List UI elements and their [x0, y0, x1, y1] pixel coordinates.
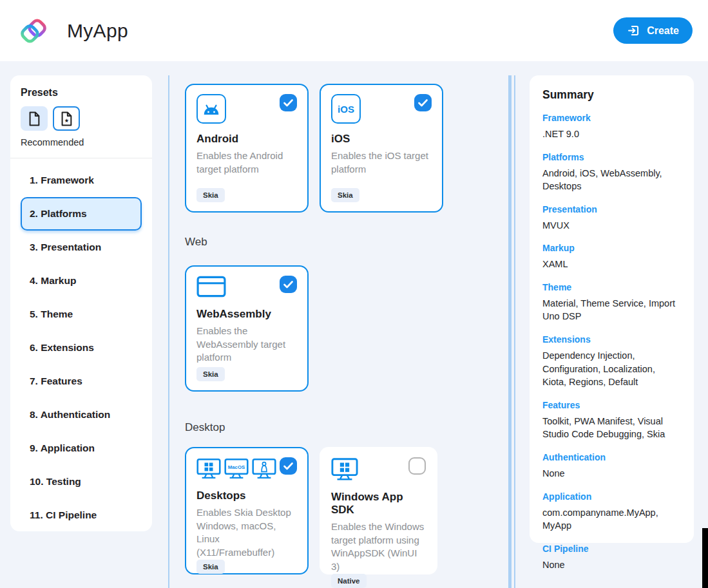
step-application[interactable]: 9. Application: [21, 432, 142, 465]
android-robot-icon: [202, 101, 221, 117]
android-icon-box: [196, 94, 226, 124]
step-platforms[interactable]: 2. Platforms: [21, 197, 142, 231]
card-description: Enables the WebAssembly target platform: [196, 325, 297, 365]
preset-recommended-button[interactable]: ★: [53, 106, 80, 131]
header: MyApp Create: [0, 0, 708, 61]
ios-text-icon: iOS: [338, 104, 354, 115]
summary-value-features: Toolkit, PWA Manifest, Visual Studio Cod…: [542, 415, 681, 441]
summary-value-application: com.companyname.MyApp, MyApp: [542, 506, 681, 533]
macos-monitor-label: MacOS: [228, 464, 245, 470]
preset-buttons: ★: [21, 106, 142, 131]
page-title: MyApp: [67, 20, 128, 42]
summary-label-markup: Markup: [542, 243, 681, 253]
card-title: iOS: [331, 133, 432, 146]
check-icon: [283, 462, 293, 470]
summary-value-presentation: MVUX: [542, 219, 681, 232]
recommended-label: Recommended: [21, 137, 142, 147]
screen-artifact-bar: [702, 528, 708, 588]
summary-label-presentation: Presentation: [542, 204, 681, 214]
summary-label-extensions: Extensions: [542, 334, 681, 345]
enter-arrow-icon: [627, 24, 640, 37]
create-button[interactable]: Create: [613, 17, 693, 44]
sidebar-divider: [10, 158, 152, 158]
renderer-badge: Skia: [331, 188, 359, 202]
vertical-scrollbar[interactable]: [508, 75, 512, 588]
step-testing[interactable]: 10. Testing: [21, 465, 142, 498]
summary-value-framework: .NET 9.0: [542, 128, 681, 141]
sidebar: Presets ★ Recommended 1. Framework 2. Pl…: [10, 75, 152, 531]
summary-label-ci-pipeline: CI Pipeline: [542, 544, 681, 554]
card-android[interactable]: Android Enables the Android target platf…: [185, 84, 309, 213]
summary-value-theme: Material, Theme Service, Import Uno DSP: [542, 297, 681, 323]
card-webassembly[interactable]: WebAssembly Enables the WebAssembly targ…: [185, 265, 309, 392]
card-desktops[interactable]: MacOS Desktops: [185, 447, 309, 574]
preset-blank-button[interactable]: [21, 106, 48, 131]
summary-value-authentication: None: [542, 467, 681, 480]
summary-label-theme: Theme: [542, 282, 681, 292]
summary-panel: Summary Framework .NET 9.0 Platforms And…: [530, 75, 694, 543]
card-description: Enables the iOS target platform: [331, 149, 432, 176]
step-authentication[interactable]: 8. Authentication: [21, 398, 142, 432]
ios-checkbox-checked[interactable]: [414, 94, 432, 111]
card-windows-app-sdk[interactable]: Windows App SDK Enables the Windows targ…: [320, 447, 437, 574]
step-features[interactable]: 7. Features: [21, 365, 142, 398]
wizard-steps: 1. Framework 2. Platforms 3. Presentatio…: [21, 164, 142, 532]
card-title: Desktops: [196, 489, 297, 502]
windows-monitor-icon: [331, 457, 358, 482]
macos-monitor-icon: MacOS: [224, 457, 249, 480]
starred-file-icon: ★: [59, 111, 73, 127]
browser-window-icon: [196, 276, 226, 299]
windows-monitor-icon: [196, 457, 221, 480]
android-checkbox-checked[interactable]: [280, 94, 297, 111]
presets-title: Presets: [21, 87, 142, 99]
card-ios[interactable]: iOS iOS Enables the iOS target platform …: [320, 84, 443, 213]
winappsdk-checkbox-unchecked[interactable]: [408, 457, 426, 475]
step-presentation[interactable]: 3. Presentation: [21, 231, 142, 264]
summary-value-ci-pipeline: None: [542, 558, 681, 572]
summary-label-application: Application: [542, 491, 681, 502]
platforms-panel: Android Enables the Android target platf…: [168, 75, 515, 588]
renderer-badge: Skia: [196, 367, 225, 381]
card-title: WebAssembly: [196, 308, 297, 321]
step-ci-pipeline[interactable]: 11. CI Pipeline: [21, 498, 142, 532]
check-icon: [283, 99, 293, 107]
web-cards-row: WebAssembly Enables the WebAssembly targ…: [185, 265, 514, 392]
card-title: Android: [196, 133, 297, 146]
mobile-cards-row: Android Enables the Android target platf…: [185, 84, 514, 213]
summary-value-platforms: Android, iOS, WebAssembly, Desktops: [542, 167, 681, 193]
step-markup[interactable]: 4. Markup: [21, 264, 142, 298]
summary-label-features: Features: [542, 400, 681, 410]
star-glyph: ★: [64, 118, 69, 124]
app-logo-icon: [17, 14, 50, 48]
renderer-badge: Skia: [196, 188, 225, 202]
ios-icon-box: iOS: [331, 94, 361, 124]
linux-monitor-icon: [252, 457, 276, 480]
create-button-label: Create: [647, 25, 679, 37]
check-icon: [418, 99, 428, 107]
web-section-label: Web: [185, 236, 514, 249]
renderer-badge: Skia: [196, 560, 225, 574]
desktops-checkbox-checked[interactable]: [280, 457, 297, 475]
summary-value-markup: XAML: [542, 258, 681, 271]
check-icon: [283, 281, 293, 289]
renderer-badge: Native: [331, 574, 367, 588]
step-extensions[interactable]: 6. Extensions: [21, 331, 142, 365]
card-title: Windows App SDK: [331, 491, 426, 517]
card-description: Enables the Android target platform: [196, 149, 297, 176]
summary-label-platforms: Platforms: [542, 152, 681, 162]
webassembly-checkbox-checked[interactable]: [280, 276, 297, 293]
summary-label-framework: Framework: [542, 113, 681, 123]
summary-title: Summary: [542, 88, 681, 102]
summary-label-authentication: Authentication: [542, 452, 681, 462]
summary-value-extensions: Dependency Injection, Configuration, Loc…: [542, 349, 681, 389]
step-framework[interactable]: 1. Framework: [21, 164, 142, 197]
card-description: Enables Skia Desktop Windows, macOS, Lin…: [196, 506, 297, 560]
content-area: Presets ★ Recommended 1. Framework 2. Pl…: [0, 61, 708, 588]
desktop-cards-row: MacOS Desktops: [185, 447, 514, 574]
step-theme[interactable]: 5. Theme: [21, 298, 142, 331]
blank-file-icon: [27, 111, 41, 127]
card-description: Enables the Windows target platform usin…: [331, 520, 426, 574]
desktop-section-label: Desktop: [185, 421, 514, 434]
